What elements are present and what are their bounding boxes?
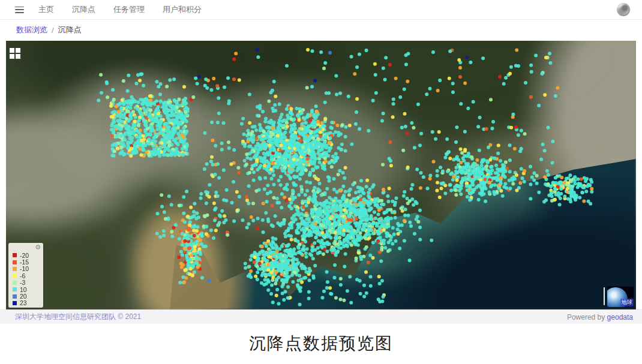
- legend-swatch: [13, 273, 17, 278]
- geodata-link[interactable]: geodata: [607, 313, 633, 321]
- settlement-points-layer[interactable]: [6, 41, 636, 309]
- legend-swatch: [13, 253, 17, 257]
- legend-label: 20: [20, 293, 27, 299]
- legend-label: 10: [20, 287, 27, 293]
- top-navbar: 主页 沉降点 任务管理 用户和积分: [0, 0, 642, 20]
- breadcrumb: 数据浏览 / 沉降点: [0, 20, 642, 40]
- legend-item: 20: [13, 293, 41, 299]
- footer-credit: 深圳大学地理空间信息研究团队 © 2021: [15, 312, 141, 322]
- legend-item: 10: [13, 286, 41, 293]
- legend-swatch: [13, 267, 17, 271]
- legend-label: -20: [20, 252, 29, 258]
- image-caption: 沉降点数据预览图: [249, 332, 393, 355]
- footer-powered-by: Powered by geodata: [567, 313, 633, 321]
- legend-label: -6: [20, 273, 25, 279]
- basemap-earth-thumbnail[interactable]: 地球: [607, 287, 634, 307]
- legend-label: -10: [20, 266, 29, 272]
- legend-item: -20: [13, 252, 41, 258]
- legend-swatch: [13, 281, 17, 285]
- legend-swatch: [13, 294, 17, 299]
- nav-item-users[interactable]: 用户和积分: [163, 4, 202, 15]
- legend-label: -3: [20, 279, 25, 285]
- legend-swatch: [13, 287, 17, 291]
- legend-swatch: [13, 260, 17, 264]
- nav-item-settlement[interactable]: 沉降点: [72, 4, 95, 15]
- legend-swatch: [13, 301, 17, 305]
- menu-hamburger-icon[interactable]: [15, 7, 24, 13]
- page-footer: 深圳大学地理空间信息研究团队 © 2021 Powered by geodata: [0, 309, 642, 324]
- basemap-picker-separator: [604, 287, 605, 305]
- legend-item: -3: [13, 279, 41, 286]
- layer-grid-button[interactable]: [8, 47, 22, 60]
- breadcrumb-separator: /: [52, 26, 54, 35]
- nav-item-home[interactable]: 主页: [38, 4, 54, 15]
- caption-area: 沉降点数据预览图: [0, 324, 642, 363]
- nav-item-tasks[interactable]: 任务管理: [113, 4, 145, 15]
- legend-item: 23: [13, 300, 41, 306]
- breadcrumb-current: 沉降点: [58, 25, 82, 35]
- legend-item: -10: [13, 266, 41, 272]
- legend-item: -6: [13, 272, 41, 279]
- basemap-thumb-label: 地球: [620, 299, 634, 306]
- breadcrumb-link-data-browse[interactable]: 数据浏览: [16, 25, 47, 35]
- map-view[interactable]: ⚙ -20-15-10-6-3102023 地球: [6, 41, 636, 309]
- legend-gear-icon[interactable]: ⚙: [35, 244, 41, 251]
- user-avatar[interactable]: [617, 3, 630, 16]
- map-legend: ⚙ -20-15-10-6-3102023: [8, 243, 43, 308]
- legend-item: -15: [13, 258, 41, 265]
- legend-label: -15: [20, 259, 29, 265]
- legend-items: -20-15-10-6-3102023: [13, 252, 41, 306]
- legend-label: 23: [20, 300, 27, 306]
